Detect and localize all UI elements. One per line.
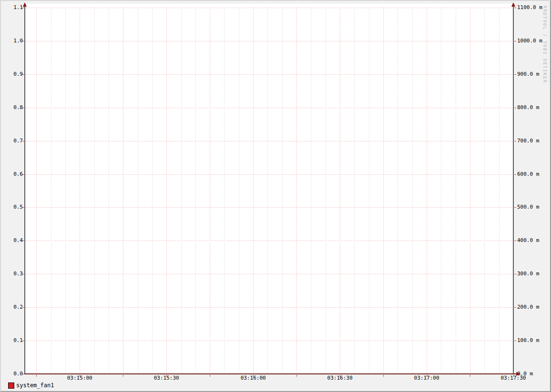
y-axis-right-tick bbox=[514, 307, 516, 308]
gridline-major-horizontal bbox=[25, 108, 513, 108]
gridline-minor-vertical bbox=[109, 8, 109, 374]
y-axis-right-label: 1100.0 m bbox=[517, 5, 542, 10]
gridline-minor-vertical bbox=[412, 8, 413, 374]
y-axis-right-label: 400.0 m bbox=[517, 238, 539, 243]
y-axis-left-label: 0.9 bbox=[1, 71, 23, 77]
gridline-major-horizontal bbox=[25, 8, 513, 8]
y-axis-right-label: 600.0 m bbox=[517, 171, 539, 177]
gridline-minor-vertical bbox=[51, 8, 51, 374]
x-axis-tick bbox=[383, 375, 384, 377]
gridline-minor-vertical bbox=[441, 8, 441, 374]
gridline-major-vertical bbox=[123, 8, 123, 374]
y-axis-left-label: 0.3 bbox=[1, 271, 23, 277]
y-axis-right-tick bbox=[514, 74, 516, 75]
y-axis-left-label: 0.0 bbox=[1, 371, 23, 377]
y-axis-right-tick bbox=[514, 241, 516, 241]
gridline-major-vertical bbox=[36, 8, 37, 374]
gridline-major-horizontal bbox=[25, 174, 513, 175]
x-axis-label: 03:17:30 bbox=[494, 375, 532, 381]
y-axis-right-tick bbox=[514, 41, 516, 41]
x-axis-label: 03:15:00 bbox=[61, 375, 99, 381]
gridline-minor-vertical bbox=[152, 8, 153, 374]
y-axis-right-tick bbox=[514, 8, 516, 8]
gridline-minor-vertical bbox=[65, 8, 66, 374]
y-axis-right-tick bbox=[514, 174, 516, 175]
y-axis-left-label: 0.8 bbox=[1, 105, 23, 111]
y-axis-left-arrow-icon bbox=[23, 2, 27, 7]
gridline-major-horizontal bbox=[25, 274, 513, 274]
y-axis-right-label: 1000.0 m bbox=[517, 38, 542, 44]
gridline-major-vertical bbox=[296, 8, 297, 374]
gridline-major-horizontal bbox=[25, 207, 513, 208]
y-axis-right-label: 100.0 m bbox=[517, 338, 539, 343]
y-axis-left-label: 0.7 bbox=[1, 138, 23, 144]
gridline-minor-vertical bbox=[484, 8, 485, 374]
gridline-minor-vertical bbox=[181, 8, 182, 374]
y-axis-right-arrow-icon bbox=[511, 2, 515, 7]
gridline-major-vertical bbox=[340, 8, 340, 374]
plot-canvas bbox=[25, 4, 513, 374]
x-axis-label: 03:16:30 bbox=[321, 375, 359, 381]
gridline-major-horizontal bbox=[25, 141, 513, 141]
gridline-minor-vertical bbox=[456, 8, 456, 374]
y-axis-right-label: 900.0 m bbox=[517, 71, 539, 77]
y-axis-right-label: 200.0 m bbox=[517, 304, 539, 310]
x-axis-label: 03:17:00 bbox=[408, 375, 446, 381]
gridline-major-vertical bbox=[80, 8, 80, 374]
y-axis-left-label: 0.6 bbox=[1, 171, 23, 177]
y-axis-right-label: 700.0 m bbox=[517, 138, 539, 144]
y-axis-left-label: 0.2 bbox=[1, 304, 23, 310]
x-axis-tick bbox=[123, 375, 123, 377]
gridline-major-vertical bbox=[383, 8, 384, 374]
legend-label: system_fan1 bbox=[16, 382, 54, 389]
gridline-minor-vertical bbox=[311, 8, 311, 374]
gridline-major-vertical bbox=[210, 8, 210, 374]
x-axis-tick bbox=[470, 375, 470, 377]
y-axis-right-tick bbox=[514, 141, 516, 141]
gridline-major-horizontal bbox=[25, 41, 513, 41]
gridline-minor-vertical bbox=[224, 8, 224, 374]
gridline-minor-vertical bbox=[499, 8, 500, 374]
x-axis-tick bbox=[210, 375, 210, 377]
gridline-minor-vertical bbox=[282, 8, 283, 374]
y-axis-left-label: 0.5 bbox=[1, 204, 23, 210]
y-axis-right-tick bbox=[514, 108, 516, 108]
gridline-major-horizontal bbox=[25, 341, 513, 341]
gridline-major-horizontal bbox=[25, 307, 513, 308]
x-axis-tick bbox=[296, 375, 297, 377]
gridline-minor-vertical bbox=[195, 8, 196, 374]
y-axis-right-tick bbox=[514, 207, 516, 208]
watermark: RRDTOOL / TOBI OETIKER bbox=[542, 6, 547, 83]
y-axis-right-label: 500.0 m bbox=[517, 204, 539, 210]
y-axis-right-label: 300.0 m bbox=[517, 271, 539, 277]
gridline-major-vertical bbox=[427, 8, 427, 374]
y-axis-left-line bbox=[24, 4, 25, 374]
y-axis-left-label: 0.4 bbox=[1, 238, 23, 243]
gridline-minor-vertical bbox=[138, 8, 138, 374]
x-axis-label: 03:15:30 bbox=[147, 375, 185, 381]
x-axis-tick bbox=[36, 375, 37, 377]
gridline-major-horizontal bbox=[25, 74, 513, 75]
gridline-major-horizontal bbox=[25, 241, 513, 241]
legend-swatch bbox=[8, 382, 14, 389]
gridline-major-vertical bbox=[253, 8, 254, 374]
x-axis-line bbox=[24, 373, 517, 374]
y-axis-right-line bbox=[513, 4, 514, 374]
y-axis-left-label: 1.1 bbox=[1, 5, 23, 10]
rrdtool-graph: 0.00.0 m0.1100.0 m0.2200.0 m0.3300.0 m0.… bbox=[0, 0, 551, 392]
y-axis-left-label: 0.1 bbox=[1, 338, 23, 343]
gridline-minor-vertical bbox=[398, 8, 398, 374]
gridline-major-vertical bbox=[166, 8, 167, 374]
gridline-minor-vertical bbox=[354, 8, 355, 374]
y-axis-right-tick bbox=[514, 341, 516, 341]
x-axis-arrow-icon bbox=[516, 372, 520, 376]
gridline-minor-vertical bbox=[239, 8, 239, 374]
x-axis-label: 03:16:00 bbox=[234, 375, 272, 381]
gridline-minor-vertical bbox=[326, 8, 326, 374]
y-axis-right-label: 800.0 m bbox=[517, 105, 539, 111]
legend: system_fan1 bbox=[8, 382, 54, 389]
gridline-minor-vertical bbox=[267, 8, 268, 374]
gridline-major-vertical bbox=[470, 8, 470, 374]
y-axis-right-tick bbox=[514, 274, 516, 274]
gridline-minor-vertical bbox=[369, 8, 369, 374]
